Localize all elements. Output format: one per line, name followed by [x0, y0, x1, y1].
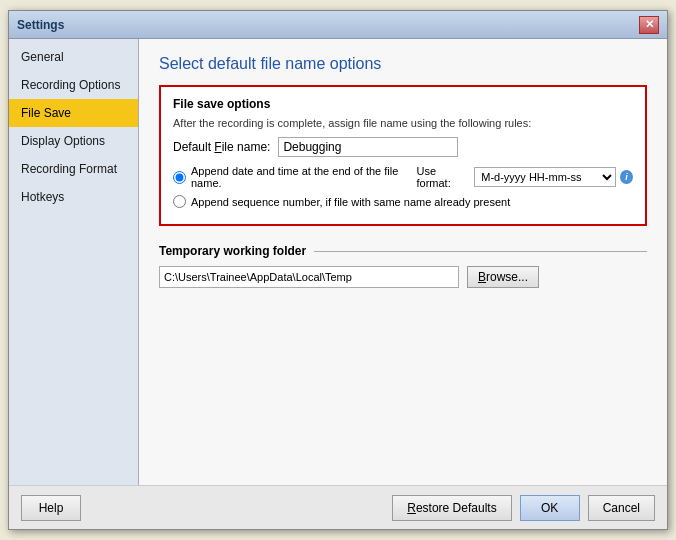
content-area: General Recording Options File Save Disp…	[9, 39, 667, 485]
file-save-description: After the recording is complete, assign …	[173, 117, 633, 129]
file-name-label: Default File name:	[173, 140, 270, 154]
sidebar-item-display-options[interactable]: Display Options	[9, 127, 138, 155]
close-button[interactable]: ✕	[639, 16, 659, 34]
info-icon[interactable]: i	[620, 170, 633, 184]
cancel-button[interactable]: Cancel	[588, 495, 655, 521]
radio-append-sequence[interactable]	[173, 195, 186, 208]
file-name-input[interactable]	[278, 137, 458, 157]
temp-folder-title: Temporary working folder	[159, 244, 306, 258]
file-name-row: Default File name:	[173, 137, 633, 157]
temp-folder-section: Temporary working folder Browse...	[159, 244, 647, 288]
folder-row: Browse...	[159, 266, 647, 288]
sidebar-item-recording-format[interactable]: Recording Format	[9, 155, 138, 183]
sidebar-item-recording-options[interactable]: Recording Options	[9, 71, 138, 99]
radio-append-datetime[interactable]	[173, 171, 186, 184]
sidebar: General Recording Options File Save Disp…	[9, 39, 139, 485]
radio-append-datetime-label: Append date and time at the end of the f…	[191, 165, 410, 189]
folder-path-input[interactable]	[159, 266, 459, 288]
page-title: Select default file name options	[159, 55, 647, 73]
restore-defaults-button[interactable]: Restore Defaults	[392, 495, 511, 521]
sidebar-item-general[interactable]: General	[9, 43, 138, 71]
file-save-options-box: File save options After the recording is…	[159, 85, 647, 226]
sidebar-item-hotkeys[interactable]: Hotkeys	[9, 183, 138, 211]
file-save-section-title: File save options	[173, 97, 633, 111]
sidebar-item-file-save[interactable]: File Save	[9, 99, 138, 127]
use-format-label: Use format:	[416, 165, 468, 189]
browse-button[interactable]: Browse...	[467, 266, 539, 288]
help-button[interactable]: Help	[21, 495, 81, 521]
footer: Help Restore Defaults OK Cancel	[9, 485, 667, 529]
radio-append-sequence-label: Append sequence number, if file with sam…	[191, 196, 510, 208]
main-panel: Select default file name options File sa…	[139, 39, 667, 485]
radio-row-2: Append sequence number, if file with sam…	[173, 195, 633, 208]
settings-window: Settings ✕ General Recording Options Fil…	[8, 10, 668, 530]
temp-folder-divider: Temporary working folder	[159, 244, 647, 258]
title-bar: Settings ✕	[9, 11, 667, 39]
radio-row-1: Append date and time at the end of the f…	[173, 165, 633, 189]
window-title: Settings	[17, 18, 64, 32]
format-dropdown[interactable]: M-d-yyyy HH-mm-ss yyyy-MM-dd HH-mm-ss dd…	[474, 167, 616, 187]
ok-button[interactable]: OK	[520, 495, 580, 521]
divider-line	[314, 251, 647, 252]
